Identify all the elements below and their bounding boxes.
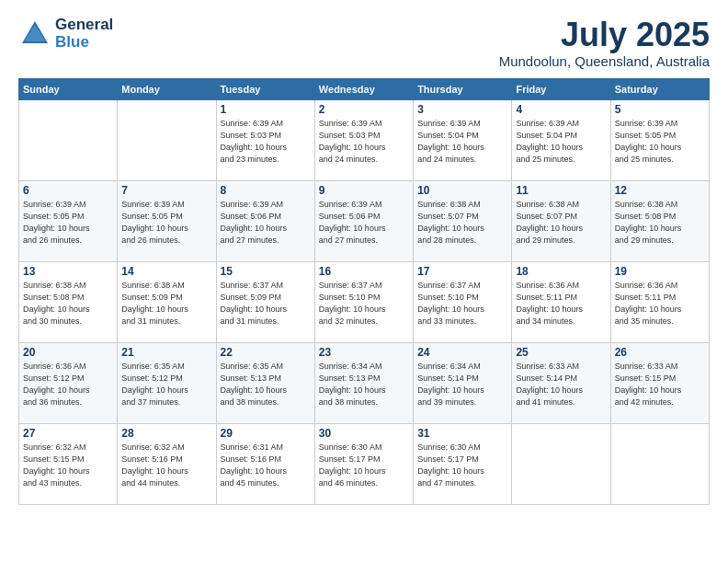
calendar-week-row: 13Sunrise: 6:38 AM Sunset: 5:08 PM Dayli… [19,261,710,342]
calendar-cell: 15Sunrise: 6:37 AM Sunset: 5:09 PM Dayli… [216,261,314,342]
day-detail: Sunrise: 6:36 AM Sunset: 5:12 PM Dayligh… [23,362,90,407]
day-detail: Sunrise: 6:35 AM Sunset: 5:13 PM Dayligh… [221,362,288,407]
day-detail: Sunrise: 6:38 AM Sunset: 5:07 PM Dayligh… [516,200,583,245]
calendar-cell: 24Sunrise: 6:34 AM Sunset: 5:14 PM Dayli… [414,342,512,423]
day-number: 21 [121,346,211,359]
location: Mundoolun, Queensland, Australia [499,53,710,69]
calendar-cell: 9Sunrise: 6:39 AM Sunset: 5:06 PM Daylig… [314,180,413,261]
day-number: 14 [121,265,211,278]
day-detail: Sunrise: 6:36 AM Sunset: 5:11 PM Dayligh… [516,281,583,326]
day-number: 12 [615,184,705,197]
day-detail: Sunrise: 6:33 AM Sunset: 5:14 PM Dayligh… [516,362,583,407]
calendar-cell: 11Sunrise: 6:38 AM Sunset: 5:07 PM Dayli… [512,180,610,261]
day-number: 7 [121,184,211,197]
day-detail: Sunrise: 6:39 AM Sunset: 5:03 PM Dayligh… [319,119,386,164]
day-detail: Sunrise: 6:39 AM Sunset: 5:03 PM Dayligh… [221,119,288,164]
calendar-cell: 30Sunrise: 6:30 AM Sunset: 5:17 PM Dayli… [314,423,413,504]
day-detail: Sunrise: 6:39 AM Sunset: 5:05 PM Dayligh… [121,200,188,245]
day-detail: Sunrise: 6:38 AM Sunset: 5:08 PM Dayligh… [615,200,682,245]
day-detail: Sunrise: 6:32 AM Sunset: 5:15 PM Dayligh… [23,442,90,488]
logo-blue: Blue [55,34,113,52]
weekday-header: Friday [512,78,610,99]
logo-general: General [55,17,113,34]
day-number: 17 [417,265,507,278]
calendar-cell [610,423,709,504]
day-number: 11 [516,184,606,197]
calendar-cell: 1Sunrise: 6:39 AM Sunset: 5:03 PM Daylig… [216,99,314,180]
calendar-cell: 6Sunrise: 6:39 AM Sunset: 5:05 PM Daylig… [19,180,118,261]
day-number: 19 [615,265,705,278]
weekday-header: Tuesday [216,78,314,99]
weekday-header: Thursday [414,78,512,99]
calendar-cell: 20Sunrise: 6:36 AM Sunset: 5:12 PM Dayli… [19,342,118,423]
calendar-cell: 3Sunrise: 6:39 AM Sunset: 5:04 PM Daylig… [414,99,512,180]
day-number: 20 [23,346,113,359]
day-number: 15 [221,265,311,278]
day-detail: Sunrise: 6:34 AM Sunset: 5:14 PM Dayligh… [417,362,484,407]
calendar-cell [512,423,610,504]
calendar-week-row: 20Sunrise: 6:36 AM Sunset: 5:12 PM Dayli… [19,342,710,423]
month-title: July 2025 [499,17,710,53]
day-detail: Sunrise: 6:37 AM Sunset: 5:09 PM Dayligh… [221,281,288,326]
day-detail: Sunrise: 6:32 AM Sunset: 5:16 PM Dayligh… [121,442,188,488]
calendar-cell: 25Sunrise: 6:33 AM Sunset: 5:14 PM Dayli… [512,342,610,423]
day-number: 9 [319,184,409,197]
day-detail: Sunrise: 6:38 AM Sunset: 5:08 PM Dayligh… [23,281,90,326]
day-detail: Sunrise: 6:31 AM Sunset: 5:16 PM Dayligh… [221,442,288,488]
day-number: 22 [221,346,311,359]
day-detail: Sunrise: 6:33 AM Sunset: 5:15 PM Dayligh… [615,362,682,407]
day-number: 28 [121,427,211,440]
calendar-cell: 13Sunrise: 6:38 AM Sunset: 5:08 PM Dayli… [19,261,118,342]
day-number: 23 [319,346,409,359]
day-detail: Sunrise: 6:38 AM Sunset: 5:09 PM Dayligh… [121,281,188,326]
day-number: 1 [221,103,311,116]
calendar-cell: 26Sunrise: 6:33 AM Sunset: 5:15 PM Dayli… [610,342,709,423]
calendar-cell: 4Sunrise: 6:39 AM Sunset: 5:04 PM Daylig… [512,99,610,180]
calendar-cell: 17Sunrise: 6:37 AM Sunset: 5:10 PM Dayli… [414,261,512,342]
calendar-cell [19,99,118,180]
calendar-cell: 16Sunrise: 6:37 AM Sunset: 5:10 PM Dayli… [314,261,413,342]
calendar-cell: 14Sunrise: 6:38 AM Sunset: 5:09 PM Dayli… [118,261,216,342]
day-number: 4 [516,103,606,116]
day-number: 30 [319,427,409,440]
calendar-cell: 8Sunrise: 6:39 AM Sunset: 5:06 PM Daylig… [216,180,314,261]
calendar-cell: 29Sunrise: 6:31 AM Sunset: 5:16 PM Dayli… [216,423,314,504]
logo: General Blue [18,17,113,51]
day-detail: Sunrise: 6:39 AM Sunset: 5:05 PM Dayligh… [23,200,90,245]
calendar-cell: 12Sunrise: 6:38 AM Sunset: 5:08 PM Dayli… [610,180,709,261]
day-number: 6 [23,184,113,197]
day-detail: Sunrise: 6:30 AM Sunset: 5:17 PM Dayligh… [417,442,484,488]
day-detail: Sunrise: 6:39 AM Sunset: 5:05 PM Dayligh… [615,119,682,164]
day-number: 8 [221,184,311,197]
day-detail: Sunrise: 6:36 AM Sunset: 5:11 PM Dayligh… [615,281,682,326]
calendar-cell: 7Sunrise: 6:39 AM Sunset: 5:05 PM Daylig… [118,180,216,261]
title-block: July 2025 Mundoolun, Queensland, Austral… [499,17,710,69]
day-number: 31 [417,427,507,440]
svg-marker-1 [24,25,46,41]
calendar-cell: 18Sunrise: 6:36 AM Sunset: 5:11 PM Dayli… [512,261,610,342]
day-detail: Sunrise: 6:39 AM Sunset: 5:04 PM Dayligh… [516,119,583,164]
calendar-week-row: 1Sunrise: 6:39 AM Sunset: 5:03 PM Daylig… [19,99,710,180]
calendar-header-row: SundayMondayTuesdayWednesdayThursdayFrid… [19,78,710,99]
day-detail: Sunrise: 6:38 AM Sunset: 5:07 PM Dayligh… [417,200,484,245]
day-detail: Sunrise: 6:37 AM Sunset: 5:10 PM Dayligh… [417,281,484,326]
calendar-cell: 21Sunrise: 6:35 AM Sunset: 5:12 PM Dayli… [118,342,216,423]
calendar-cell: 27Sunrise: 6:32 AM Sunset: 5:15 PM Dayli… [19,423,118,504]
weekday-header: Wednesday [314,78,413,99]
day-detail: Sunrise: 6:39 AM Sunset: 5:06 PM Dayligh… [221,200,288,245]
day-detail: Sunrise: 6:39 AM Sunset: 5:06 PM Dayligh… [319,200,386,245]
day-detail: Sunrise: 6:30 AM Sunset: 5:17 PM Dayligh… [319,442,386,488]
calendar-week-row: 6Sunrise: 6:39 AM Sunset: 5:05 PM Daylig… [19,180,710,261]
calendar-cell: 28Sunrise: 6:32 AM Sunset: 5:16 PM Dayli… [118,423,216,504]
weekday-header: Saturday [610,78,709,99]
logo-text: General Blue [55,17,113,51]
day-number: 5 [615,103,705,116]
day-number: 25 [516,346,606,359]
day-detail: Sunrise: 6:34 AM Sunset: 5:13 PM Dayligh… [319,362,386,407]
calendar-cell: 5Sunrise: 6:39 AM Sunset: 5:05 PM Daylig… [610,99,709,180]
calendar-cell: 23Sunrise: 6:34 AM Sunset: 5:13 PM Dayli… [314,342,413,423]
calendar-cell: 2Sunrise: 6:39 AM Sunset: 5:03 PM Daylig… [314,99,413,180]
calendar-cell [118,99,216,180]
weekday-header: Sunday [19,78,118,99]
day-number: 24 [417,346,507,359]
